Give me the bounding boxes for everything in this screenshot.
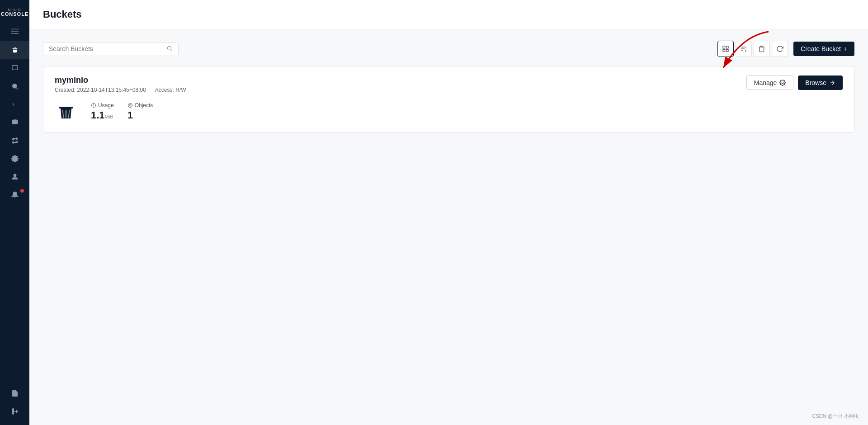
search-input[interactable] [49, 45, 163, 52]
svg-point-29 [128, 104, 132, 108]
notification-badge [20, 189, 24, 193]
create-bucket-plus: + [844, 45, 847, 52]
sidebar-item-buckets[interactable] [0, 41, 29, 59]
logo: MINIO CONSOLE [0, 5, 29, 23]
usage-icon [91, 103, 96, 108]
usage-stat: Usage 1.1MiB [91, 102, 114, 121]
grid-view-button[interactable] [717, 41, 734, 57]
main-content: Buckets [29, 0, 868, 425]
bucket-card: myminio Created: 2022-10-14T13:15:45+08:… [43, 66, 854, 132]
header: Buckets [29, 0, 868, 29]
svg-line-25 [63, 110, 63, 118]
sidebar-item-lambda[interactable]: λ [0, 95, 29, 113]
usage-value: 1.1MiB [91, 109, 114, 121]
svg-rect-0 [11, 29, 19, 29]
svg-point-9 [14, 174, 16, 176]
bucket-meta: Created: 2022-10-14T13:15:45+08:00 Acces… [55, 87, 186, 93]
manage-gear-icon [779, 80, 786, 86]
page-title: Buckets [43, 9, 82, 20]
bucket-visual-icon [55, 100, 77, 123]
bucket-stats: Usage 1.1MiB Objects 1 [55, 100, 843, 123]
logo-console: CONSOLE [1, 11, 28, 17]
sidebar: MINIO CONSOLE λ [0, 0, 29, 425]
sidebar-item-monitoring[interactable] [0, 59, 29, 77]
sidebar-item-tiers[interactable] [0, 113, 29, 132]
svg-point-22 [782, 82, 784, 84]
svg-rect-2 [11, 33, 19, 33]
browse-button[interactable]: Browse [798, 76, 843, 90]
bucket-info: myminio Created: 2022-10-14T13:15:45+08:… [55, 76, 186, 93]
refresh-button[interactable] [772, 41, 788, 57]
svg-rect-15 [723, 46, 725, 48]
objects-value: 1 [127, 109, 153, 121]
sidebar-item-replication[interactable] [0, 132, 29, 150]
objects-stat: Objects 1 [127, 102, 153, 121]
objects-icon [127, 103, 133, 108]
sidebar-item-notifications[interactable] [0, 186, 29, 204]
svg-rect-3 [12, 66, 18, 70]
svg-point-13 [167, 46, 171, 50]
sidebar-item-identity[interactable] [0, 168, 29, 186]
sidebar-item-menu-toggle[interactable] [0, 23, 29, 39]
search-box [43, 42, 179, 56]
toolbar: Create Bucket + [43, 41, 854, 57]
manage-button[interactable]: Manage [746, 76, 794, 90]
browse-label: Browse [805, 79, 826, 86]
svg-line-5 [16, 88, 18, 90]
bucket-card-header: myminio Created: 2022-10-14T13:15:45+08:… [55, 76, 843, 93]
browse-arrow-icon [829, 80, 835, 86]
bucket-created: Created: 2022-10-14T13:15:45+08:00 [55, 87, 146, 93]
objects-label: Objects [127, 102, 153, 109]
sidebar-item-settings[interactable] [0, 150, 29, 168]
svg-rect-17 [723, 49, 725, 52]
svg-rect-24 [59, 107, 73, 109]
usage-label: Usage [91, 102, 114, 109]
svg-rect-18 [726, 49, 728, 52]
sort-button[interactable] [736, 41, 752, 57]
search-icon [166, 45, 173, 53]
bucket-actions: Manage Browse [746, 76, 843, 90]
delete-button[interactable] [754, 41, 770, 57]
sidebar-item-search[interactable] [0, 77, 29, 95]
sidebar-item-logout[interactable] [0, 402, 29, 420]
bucket-name: myminio [55, 76, 186, 85]
svg-rect-1 [11, 31, 19, 31]
bucket-access: Access: R/W [155, 87, 186, 93]
create-bucket-label: Create Bucket [801, 45, 841, 52]
svg-text:λ: λ [12, 102, 15, 107]
sidebar-item-logs[interactable] [0, 384, 29, 402]
content-area: Create Bucket + myminio Created: 2022-10… [29, 29, 868, 425]
svg-line-27 [69, 110, 69, 118]
svg-line-14 [171, 49, 172, 51]
svg-point-4 [12, 84, 16, 88]
logo-mini: MINIO [8, 8, 21, 11]
toolbar-actions: Create Bucket + [717, 41, 854, 57]
svg-rect-16 [726, 46, 728, 48]
create-bucket-button[interactable]: Create Bucket + [793, 42, 854, 56]
manage-label: Manage [754, 79, 777, 86]
svg-point-30 [129, 104, 131, 106]
